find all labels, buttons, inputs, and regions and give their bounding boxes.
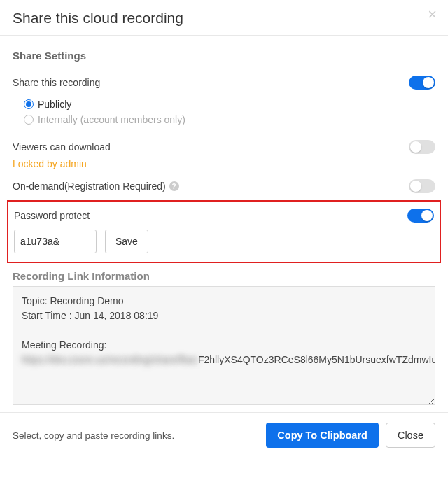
share-internally-radio[interactable]: Internally (account members only) <box>24 112 435 127</box>
share-settings-heading: Share Settings <box>13 50 435 62</box>
recording-link-info-box[interactable]: Topic: Recording Demo Start Time : Jun 1… <box>13 286 435 405</box>
share-visibility-radio-group: Publicly Internally (account members onl… <box>24 97 435 127</box>
footer-buttons: Copy To Clipboard Close <box>266 423 435 448</box>
password-protect-label: Password protect <box>14 210 90 221</box>
close-button[interactable]: Close <box>386 423 435 448</box>
radio-unselected-icon <box>24 115 34 125</box>
modal-footer: Select, copy and paste recording links. … <box>0 412 448 458</box>
viewers-download-label: Viewers can download <box>13 141 111 153</box>
info-link-hidden: https://dev.zoom.us/recording/share/fbac <box>22 354 198 365</box>
info-start-time-label: Start Time : <box>22 310 74 321</box>
password-protect-toggle[interactable] <box>407 209 434 223</box>
info-topic-label: Topic: <box>22 295 50 306</box>
viewers-download-row: Viewers can download <box>13 136 435 158</box>
footer-note: Select, copy and paste recording links. <box>13 430 174 441</box>
modal-body: Share Settings Share this recording Publ… <box>0 36 448 412</box>
share-recording-row: Share this recording <box>13 71 435 94</box>
recording-link-info-heading: Recording Link Information <box>13 270 435 282</box>
password-protect-row: Password protect <box>14 209 434 223</box>
viewers-download-toggle[interactable] <box>409 140 435 154</box>
modal-title: Share this cloud recording <box>13 10 435 27</box>
on-demand-toggle[interactable] <box>409 179 435 193</box>
share-recording-label: Share this recording <box>13 77 100 88</box>
info-start-time: Jun 14, 2018 08:19 <box>74 310 158 321</box>
share-publicly-label: Publicly <box>38 99 71 110</box>
password-input-row: Save <box>14 230 434 253</box>
password-protect-highlight: Password protect Save <box>7 200 441 263</box>
locked-by-admin-note: Locked by admin <box>13 158 435 175</box>
info-topic: Recording Demo <box>50 295 123 306</box>
on-demand-label: On-demand(Registration Required) <box>13 181 166 192</box>
share-publicly-radio[interactable]: Publicly <box>24 97 435 112</box>
share-internally-label: Internally (account members only) <box>38 114 186 125</box>
save-password-button[interactable]: Save <box>105 230 148 253</box>
info-link-visible: F2hllyXS4QTOz3RCeS8l66My5N1bUrsuexfwTZdm… <box>198 354 435 365</box>
modal-header: Share this cloud recording × <box>0 0 448 36</box>
share-recording-modal: Share this cloud recording × Share Setti… <box>0 0 448 458</box>
on-demand-row: On-demand(Registration Required) ? <box>13 175 435 197</box>
help-icon[interactable]: ? <box>169 181 179 191</box>
share-recording-toggle[interactable] <box>409 76 435 90</box>
password-input[interactable] <box>14 230 97 253</box>
info-meeting-recording-label: Meeting Recording: <box>22 339 106 351</box>
radio-selected-icon <box>24 99 34 109</box>
close-icon[interactable]: × <box>428 7 437 22</box>
copy-to-clipboard-button[interactable]: Copy To Clipboard <box>266 423 379 448</box>
